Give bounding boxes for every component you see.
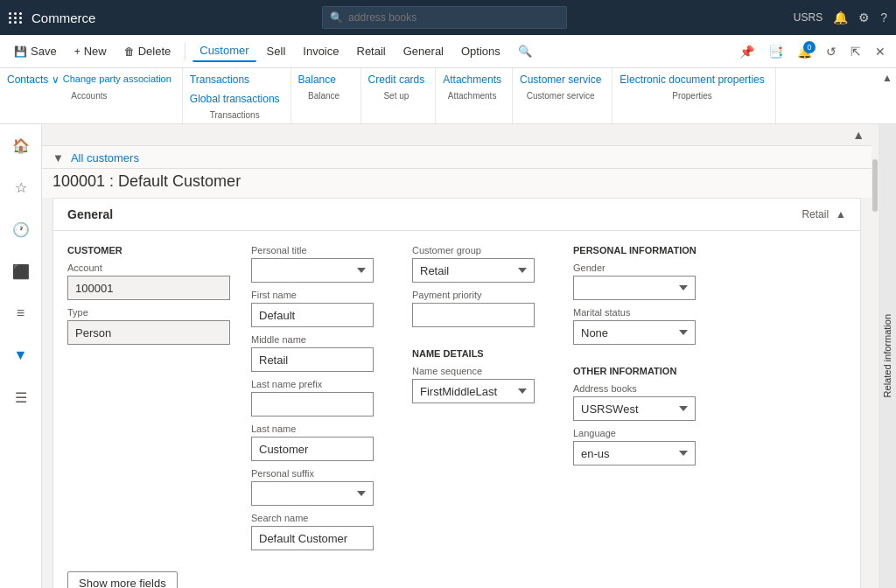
sidebar-favorites-icon[interactable]: ☆ xyxy=(7,173,35,201)
language-select[interactable]: en-us xyxy=(573,441,696,466)
middle-name-input[interactable] xyxy=(251,347,374,372)
main-area: 🏠 ☆ 🕐 ⬛ ≡ ▼ ☰ ▲ ▼ All customers 100001 :… xyxy=(0,124,896,588)
top-controls: ▲ xyxy=(42,124,872,146)
language-label: Language xyxy=(573,428,748,438)
properties-title: Properties xyxy=(620,91,764,101)
name-sequence-select[interactable]: FirstMiddleLast xyxy=(412,379,535,403)
accounts-title: Accounts xyxy=(7,91,172,101)
search-icon-action: 🔍 xyxy=(518,45,532,58)
invoice-tab[interactable]: Invoice xyxy=(296,41,346,61)
show-more-button[interactable]: Show more fields xyxy=(67,571,178,588)
breadcrumb-link[interactable]: All customers xyxy=(71,151,139,164)
attachments-title: Attachments xyxy=(443,91,501,101)
general-tab[interactable]: General xyxy=(396,41,451,61)
marital-status-select[interactable]: None xyxy=(573,320,696,345)
retail-badge: Retail xyxy=(802,208,829,220)
popout-icon[interactable]: ⇱ xyxy=(847,41,864,62)
personal-suffix-label: Personal suffix xyxy=(251,468,391,479)
bell-icon[interactable]: 🔔 xyxy=(833,10,848,24)
customer-group-group: Customer group Retail xyxy=(412,245,552,283)
refresh-icon[interactable]: ↺ xyxy=(822,41,840,62)
collapse-ribbon-button[interactable]: ▲ xyxy=(882,72,892,84)
help-icon[interactable]: ? xyxy=(880,10,887,24)
credit-cards-link[interactable]: Credit cards xyxy=(368,72,425,88)
personal-info-title: PERSONAL INFORMATION xyxy=(573,245,748,256)
notification-badge[interactable]: 🔔0 xyxy=(794,41,816,62)
options-tab[interactable]: Options xyxy=(454,41,508,61)
filter-icon[interactable]: ▼ xyxy=(52,151,64,164)
global-search-input[interactable] xyxy=(348,11,559,24)
personal-suffix-group: Personal suffix xyxy=(251,468,391,506)
type-input[interactable] xyxy=(67,320,230,345)
delete-button[interactable]: 🗑 Delete xyxy=(117,41,178,61)
bookmark-icon[interactable]: 📑 xyxy=(765,41,787,62)
general-label: General xyxy=(403,45,444,58)
ribbon-collapse[interactable]: ▲ xyxy=(878,68,896,123)
type-group: Type xyxy=(67,307,230,345)
settings-icon[interactable]: ⚙ xyxy=(858,10,870,24)
last-name-input[interactable] xyxy=(251,437,374,461)
change-party-link[interactable]: Change party association xyxy=(63,72,172,88)
retail-tab[interactable]: Retail xyxy=(350,41,393,61)
ribbon-group-properties: Electronic document properties Propertie… xyxy=(612,68,775,123)
customer-label: Customer xyxy=(200,44,248,57)
personal-suffix-select[interactable] xyxy=(251,481,374,506)
content-area: ▲ ▼ All customers 100001 : Default Custo… xyxy=(42,124,872,588)
global-transactions-link[interactable]: Global transactions xyxy=(190,91,280,107)
sidebar-home-icon[interactable]: 🏠 xyxy=(7,131,35,159)
save-icon: 💾 xyxy=(14,46,27,58)
general-chevron-icon: ▲ xyxy=(836,208,846,220)
personal-title-wrapper xyxy=(251,258,391,283)
related-information-label: Related information xyxy=(882,314,892,397)
pin-icon[interactable]: 📌 xyxy=(736,41,758,62)
new-button[interactable]: + New xyxy=(67,41,114,61)
scroll-area[interactable]: General Retail ▲ CUSTOMER Account xyxy=(42,198,872,588)
general-section-title: General xyxy=(67,207,113,221)
general-card-header[interactable]: General Retail ▲ xyxy=(53,199,860,231)
sidebar-modules-icon[interactable]: ≡ xyxy=(7,299,35,327)
sidebar-recent-icon[interactable]: 🕐 xyxy=(7,215,35,243)
save-button[interactable]: 💾 Save xyxy=(7,41,64,61)
search-name-input[interactable] xyxy=(251,526,374,550)
search-button[interactable]: 🔍 xyxy=(511,41,539,61)
customer-group-label: Customer group xyxy=(412,245,552,256)
payment-priority-input[interactable] xyxy=(412,303,535,327)
search-name-label: Search name xyxy=(251,513,391,523)
address-books-select[interactable]: USRSWest xyxy=(573,396,696,421)
transactions-link[interactable]: Transactions xyxy=(190,72,280,88)
global-search-bar[interactable]: 🔍 xyxy=(322,6,567,29)
ribbon-group-customer-service: Customer service Customer service xyxy=(513,68,612,123)
group-column: Customer group Retail Payment priority xyxy=(412,245,552,550)
sidebar-workspaces-icon[interactable]: ⬛ xyxy=(7,257,35,285)
contacts-link[interactable]: Contacts ∨ xyxy=(7,72,60,88)
right-info-panel[interactable]: Related information xyxy=(878,124,896,588)
close-icon[interactable]: ✕ xyxy=(872,41,889,62)
first-name-input[interactable] xyxy=(251,303,374,327)
app-grid-icon[interactable] xyxy=(9,12,23,24)
customer-service-link[interactable]: Customer service xyxy=(520,72,601,88)
retail-label: Retail xyxy=(357,45,386,58)
sidebar-filter-icon[interactable]: ▼ xyxy=(7,341,35,369)
sell-tab[interactable]: Sell xyxy=(260,41,293,61)
account-input[interactable] xyxy=(67,276,230,300)
other-info-title: OTHER INFORMATION xyxy=(573,366,748,376)
properties-items: Electronic document properties xyxy=(620,72,764,88)
gender-select[interactable] xyxy=(573,276,696,300)
collapse-top-button[interactable]: ▲ xyxy=(849,126,868,144)
attachments-link[interactable]: Attachments xyxy=(443,72,501,88)
transactions-title: Transactions xyxy=(190,110,280,120)
general-card-body: CUSTOMER Account Type xyxy=(53,231,860,588)
customer-group-select[interactable]: Retail xyxy=(412,258,535,283)
address-books-group: Address books USRSWest xyxy=(573,383,748,421)
sidebar-menu-icon[interactable]: ☰ xyxy=(7,383,35,411)
balance-link[interactable]: Balance xyxy=(298,72,336,88)
vertical-scrollbar[interactable] xyxy=(872,124,878,588)
general-card: General Retail ▲ CUSTOMER Account xyxy=(52,198,861,588)
action-bar: 💾 Save + New 🗑 Delete Customer Sell Invo… xyxy=(0,35,896,68)
electronic-doc-link[interactable]: Electronic document properties xyxy=(620,72,764,88)
personal-title-select[interactable] xyxy=(251,258,374,283)
customer-tab[interactable]: Customer xyxy=(192,40,256,62)
last-name-prefix-input[interactable] xyxy=(251,392,374,416)
ribbon: Contacts ∨ Change party association Acco… xyxy=(0,68,896,124)
delete-label: Delete xyxy=(138,45,172,58)
